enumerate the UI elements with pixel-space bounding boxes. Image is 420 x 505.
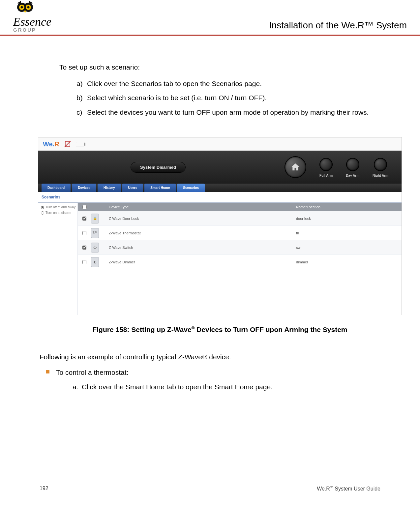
svg-point-4 — [21, 6, 23, 9]
row-type: Z-Wave Thermostat — [107, 230, 296, 236]
scenario-selector: Turn off at arm away Turn on at disarm — [38, 203, 78, 315]
night-arm-label: Night Arm — [373, 173, 388, 178]
control-list: To control a thermostat: a. Click over t… — [40, 367, 380, 392]
row-name: door lock — [296, 216, 402, 222]
signal-strike-icon — [64, 140, 71, 148]
step-text: Select which scenario is to be set (i.e.… — [87, 94, 267, 102]
row-checkbox[interactable] — [82, 231, 86, 235]
day-arm-knob[interactable]: Day Arm — [346, 158, 359, 178]
row-checkbox[interactable] — [82, 246, 86, 250]
intro-paragraph: To set up such a scenario: — [59, 62, 380, 73]
header-name-location: Name/Location — [296, 204, 402, 210]
panel-title: Scenarios — [38, 192, 402, 203]
app-logo: We.R — [43, 139, 59, 149]
row-name: th — [296, 230, 402, 236]
row-checkbox[interactable] — [82, 260, 86, 264]
scenario-opt-on[interactable]: Turn on at disarm — [41, 210, 75, 215]
caption-sup: ® — [192, 325, 195, 330]
page-number: 192 — [40, 486, 48, 492]
home-knob[interactable] — [285, 156, 306, 178]
step-marker: c) — [76, 107, 82, 118]
table-row[interactable]: 🔒 Z-Wave Door Lock door lock — [78, 211, 402, 226]
row-name: sw — [296, 245, 402, 251]
app-tabbar: Dashboard Devices History Users Smart Ho… — [38, 184, 402, 192]
knob-circle-icon — [346, 158, 359, 171]
step-a: a) Click over the Scenarios tab to open … — [76, 78, 380, 89]
step-c: c) Select the devices you want to turn O… — [76, 107, 380, 118]
table-row[interactable]: ◐ Z-Wave Dimmer dimmer — [78, 255, 402, 269]
caption-pre: Figure 158: Setting up Z-Wave — [92, 326, 191, 333]
thermostat-icon: 72° — [91, 228, 99, 238]
devices-table: Device Type Name/Location 🔒 Z-Wave Door … — [78, 203, 402, 315]
page-header: Essence GROUP Installation of the We.R™ … — [0, 0, 420, 36]
svg-point-5 — [27, 6, 30, 9]
tab-users[interactable]: Users — [122, 184, 143, 192]
caption-post: Devices to Turn OFF upon Arming the Syst… — [195, 326, 347, 333]
panel-body: Turn off at arm away Turn on at disarm D… — [38, 203, 402, 315]
app-screenshot: We.R System Disarmed — [38, 137, 402, 315]
night-arm-knob[interactable]: Night Arm — [373, 158, 388, 178]
figure-caption: Figure 158: Setting up Z-Wave® Devices t… — [38, 324, 402, 335]
bullet-thermostat: To control a thermostat: a. Click over t… — [56, 367, 380, 392]
table-row[interactable]: ⏻ Z-Wave Switch sw — [78, 240, 402, 255]
home-icon — [285, 156, 306, 178]
row-type: Z-Wave Dimmer — [107, 259, 296, 265]
step-marker: a) — [76, 78, 83, 89]
footer-pre: We.R — [317, 486, 330, 491]
footer-post: System User Guide — [333, 486, 380, 491]
sub-text: Click over the Smart Home tab to open th… — [82, 383, 273, 391]
tab-dashboard[interactable]: Dashboard — [42, 184, 71, 192]
body-content: To set up such a scenario: a) Click over… — [0, 36, 420, 335]
tab-history[interactable]: History — [98, 184, 121, 192]
header-check — [78, 205, 91, 209]
setup-steps-list: a) Click over the Scenarios tab to open … — [59, 78, 380, 118]
dimmer-icon: ◐ — [91, 257, 99, 267]
knob-circle-icon — [319, 158, 333, 171]
app-logo-we: We. — [43, 140, 54, 148]
door-lock-icon: 🔒 — [91, 214, 99, 223]
tab-smart-home[interactable]: Smart Home — [144, 184, 176, 192]
brand-logo: Essence GROUP — [13, 0, 51, 33]
select-all-checkbox[interactable] — [82, 205, 87, 209]
example-paragraph: Following is an example of controlling t… — [40, 351, 380, 363]
system-status-pill: System Disarmed — [131, 162, 186, 173]
table-row[interactable]: 72° Z-Wave Thermostat th — [78, 226, 402, 240]
battery-icon — [76, 142, 84, 146]
sub-marker: a. — [73, 381, 78, 393]
app-topbar: We.R — [38, 137, 402, 151]
full-arm-knob[interactable]: Full Arm — [319, 158, 333, 178]
row-type: Z-Wave Door Lock — [107, 216, 296, 222]
sub-step-a: a. Click over the Smart Home tab to open… — [73, 381, 380, 393]
row-checkbox[interactable] — [82, 217, 86, 221]
table-header: Device Type Name/Location — [78, 203, 402, 211]
scenario-opt-on-label: Turn on at disarm — [45, 210, 71, 215]
step-text: Select the devices you want to turn OFF … — [87, 108, 369, 116]
page-title: Installation of the We.R™ System — [269, 20, 407, 33]
header-device-type: Device Type — [107, 204, 296, 210]
brand-name: Essence — [13, 16, 51, 27]
footer-guide: We.R™ System User Guide — [317, 486, 380, 492]
bullet-label: To control a thermostat: — [56, 369, 128, 376]
step-text: Click over the Scenarios tab to open the… — [87, 80, 262, 87]
scenario-opt-off[interactable]: Turn off at arm away — [41, 205, 75, 210]
switch-icon: ⏻ — [91, 243, 99, 252]
page-footer: 192 We.R™ System User Guide — [0, 486, 420, 492]
figure-container: We.R System Disarmed — [38, 137, 402, 335]
row-type: Z-Wave Switch — [107, 245, 296, 251]
brand-subtitle: GROUP — [13, 27, 36, 33]
full-arm-label: Full Arm — [319, 173, 333, 178]
owl-icon — [15, 0, 35, 16]
row-name: dimmer — [296, 259, 402, 265]
radio-on-at-disarm[interactable] — [41, 211, 44, 215]
footer-sup: ™ — [330, 486, 333, 489]
step-b: b) Select which scenario is to be set (i… — [76, 93, 380, 103]
arm-controls: Full Arm Day Arm Night Arm — [285, 156, 388, 178]
scenario-opt-off-label: Turn off at arm away — [45, 205, 75, 210]
tab-devices[interactable]: Devices — [72, 184, 96, 192]
body-content-2: Following is an example of controlling t… — [0, 335, 420, 393]
knob-circle-icon — [374, 158, 387, 171]
radio-off-at-arm[interactable] — [41, 206, 44, 209]
app-logo-r: R — [54, 140, 59, 148]
tab-scenarios[interactable]: Scenarios — [177, 184, 205, 192]
thermostat-steps: a. Click over the Smart Home tab to open… — [56, 381, 380, 393]
